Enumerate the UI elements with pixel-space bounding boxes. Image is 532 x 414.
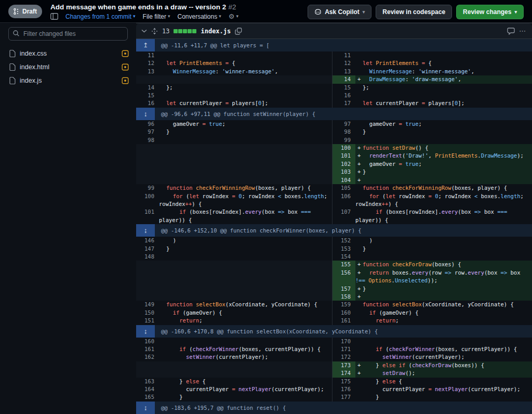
line-number[interactable]: 155 bbox=[332, 261, 355, 268]
line-number[interactable]: 96 bbox=[136, 120, 159, 128]
line-number[interactable]: 177 bbox=[332, 393, 355, 401]
file-name: index.js bbox=[20, 77, 117, 84]
line-number[interactable]: 154 bbox=[332, 253, 355, 261]
line-number[interactable]: 99 bbox=[332, 136, 355, 144]
diff-row: 173+ } else if (checkForDraw(boxes)) { bbox=[136, 361, 532, 369]
line-number[interactable]: 174 bbox=[332, 369, 355, 377]
diff-row: 158+ bbox=[136, 293, 532, 301]
chevron-down-icon: ▾ bbox=[236, 14, 238, 19]
draft-label: Draft bbox=[22, 8, 37, 15]
line-number[interactable]: 151 bbox=[136, 317, 159, 325]
line-number[interactable]: 102 bbox=[332, 160, 355, 168]
diff-marker: + bbox=[355, 293, 363, 301]
gear-icon: ⚙ bbox=[229, 12, 235, 20]
ask-copilot-button[interactable]: Ask Copilot ▾ bbox=[308, 5, 371, 19]
line-number[interactable]: 162 bbox=[136, 353, 159, 361]
line-number[interactable]: 161 bbox=[332, 317, 355, 325]
line-number[interactable]: 14 bbox=[136, 84, 159, 92]
line-number[interactable]: 106 bbox=[332, 192, 355, 209]
diff-left-cell bbox=[136, 144, 332, 152]
unfold-all-icon[interactable] bbox=[151, 28, 158, 35]
line-number[interactable]: 100 bbox=[136, 192, 159, 209]
diff-right-cell: 107 if (boxes[rowIndex].every(box => box… bbox=[332, 208, 532, 224]
diff-left-cell: 160 bbox=[136, 338, 332, 345]
diff-row: 100+function setDraw() { bbox=[136, 144, 532, 152]
line-number[interactable]: 161 bbox=[136, 345, 159, 353]
line-number[interactable]: 15 bbox=[332, 84, 355, 92]
line-number[interactable]: 160 bbox=[332, 309, 355, 317]
line-number[interactable]: 12 bbox=[332, 59, 355, 67]
line-number[interactable]: 148 bbox=[136, 253, 159, 261]
line-number[interactable]: 103 bbox=[332, 168, 355, 176]
line-number[interactable]: 11 bbox=[332, 51, 355, 59]
line-number[interactable]: 13 bbox=[332, 68, 355, 75]
diff-row: 9899 bbox=[136, 136, 532, 144]
line-number[interactable]: 150 bbox=[136, 309, 159, 317]
diff-right-cell: 101+ renderText('Draw!', PrintElements.D… bbox=[332, 152, 532, 160]
file-item-index.css[interactable]: index.css bbox=[0, 47, 136, 60]
line-number[interactable]: 165 bbox=[136, 393, 159, 401]
line-number[interactable]: 16 bbox=[136, 99, 159, 107]
line-number[interactable]: 104 bbox=[332, 176, 355, 184]
expand-hunk-button[interactable]: ↨ bbox=[136, 108, 155, 120]
line-number[interactable]: 164 bbox=[136, 385, 159, 393]
line-number[interactable]: 100 bbox=[332, 144, 355, 152]
diff-left-cell bbox=[136, 176, 332, 184]
line-number[interactable]: 13 bbox=[136, 68, 159, 75]
chevron-down-icon[interactable] bbox=[141, 29, 147, 33]
line-number[interactable]: 172 bbox=[332, 353, 355, 361]
kebab-menu-icon[interactable]: ⋯ bbox=[519, 27, 527, 35]
collapse-sidebar-icon[interactable] bbox=[50, 13, 58, 20]
filter-changed-files-input[interactable] bbox=[8, 27, 128, 41]
line-number[interactable]: 101 bbox=[136, 208, 159, 224]
line-number[interactable]: 170 bbox=[332, 338, 355, 345]
line-number[interactable]: 97 bbox=[136, 128, 159, 136]
line-number[interactable]: 98 bbox=[332, 128, 355, 136]
diff-row: 16let currentPlayer = players[0];17let c… bbox=[136, 99, 532, 107]
expand-hunk-button[interactable]: ↨ bbox=[136, 402, 155, 414]
conversations-menu[interactable]: Conversations ▾ bbox=[177, 13, 221, 20]
line-number[interactable]: 15 bbox=[136, 92, 159, 99]
line-number[interactable]: 16 bbox=[332, 92, 355, 99]
line-number[interactable]: 149 bbox=[136, 301, 159, 308]
line-number[interactable]: 17 bbox=[332, 99, 355, 107]
line-number[interactable]: 152 bbox=[332, 237, 355, 244]
diff-settings-menu[interactable]: ⚙ ▾ bbox=[229, 12, 238, 20]
line-number[interactable]: 101 bbox=[332, 152, 355, 160]
copy-path-icon[interactable] bbox=[235, 28, 242, 35]
line-number[interactable]: 11 bbox=[136, 51, 159, 59]
expand-hunk-button[interactable]: ↨ bbox=[136, 224, 155, 237]
line-number[interactable]: 105 bbox=[332, 184, 355, 192]
line-number[interactable]: 98 bbox=[136, 136, 159, 144]
line-number[interactable]: 99 bbox=[136, 184, 159, 192]
line-number[interactable]: 160 bbox=[136, 338, 159, 345]
line-number[interactable]: 97 bbox=[332, 120, 355, 128]
comment-icon[interactable] bbox=[507, 28, 515, 35]
diff-filename[interactable]: index.js bbox=[201, 28, 231, 35]
line-number[interactable]: 12 bbox=[136, 59, 159, 67]
line-number[interactable]: 175 bbox=[332, 378, 355, 385]
line-number[interactable]: 158 bbox=[332, 293, 355, 301]
file-filter-menu[interactable]: File filter ▾ bbox=[143, 13, 170, 20]
diff-row: 161 if (checkForWinner(boxes, currentPla… bbox=[136, 345, 532, 353]
line-number[interactable]: 157 bbox=[332, 285, 355, 293]
line-number[interactable]: 156 bbox=[332, 269, 355, 285]
line-number[interactable]: 14 bbox=[332, 75, 355, 83]
file-item-index.js[interactable]: index.js bbox=[0, 74, 136, 87]
line-number[interactable]: 159 bbox=[332, 301, 355, 308]
review-changes-button[interactable]: Review changes ▾ bbox=[456, 5, 524, 19]
file-item-index.html[interactable]: index.html bbox=[0, 60, 136, 74]
expand-hunk-button[interactable]: ↥ bbox=[136, 39, 155, 51]
line-number[interactable]: 153 bbox=[332, 245, 355, 253]
line-number[interactable]: 173 bbox=[332, 361, 355, 369]
review-in-codespace-button[interactable]: Review in codespace bbox=[376, 5, 452, 19]
line-number[interactable]: 107 bbox=[332, 208, 355, 224]
expand-hunk-button[interactable]: ↨ bbox=[136, 325, 155, 338]
code-line: + setDraw(); bbox=[355, 369, 532, 377]
line-number[interactable]: 176 bbox=[332, 385, 355, 393]
changes-from-commit-link[interactable]: Changes from 1 commit ▾ bbox=[65, 13, 136, 20]
line-number[interactable]: 171 bbox=[332, 345, 355, 353]
line-number[interactable]: 147 bbox=[136, 245, 159, 253]
line-number[interactable]: 146 bbox=[136, 237, 159, 244]
line-number[interactable]: 163 bbox=[136, 378, 159, 385]
